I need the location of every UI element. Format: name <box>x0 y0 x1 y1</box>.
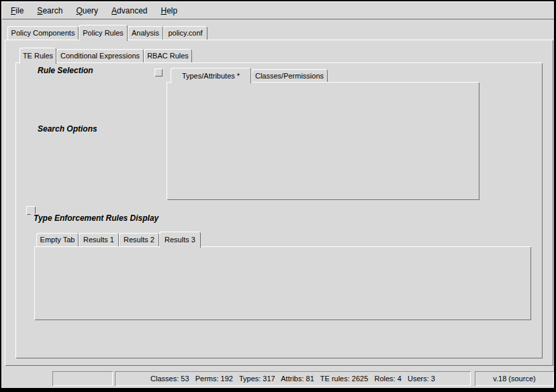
status-stats-box: Classes: 53 Perms: 192 Types: 317 Attrib… <box>115 371 471 386</box>
menu-search[interactable]: Search <box>30 4 69 17</box>
tab-results-3[interactable]: Results 3 <box>159 232 201 248</box>
tab-policy-rules[interactable]: Policy Rules <box>79 25 128 41</box>
tab-conditional-expressions[interactable]: Conditional Expressions <box>56 49 144 62</box>
menu-query[interactable]: Query <box>69 4 105 17</box>
tab-te-rules[interactable]: TE Rules <box>19 48 56 64</box>
menu-advanced[interactable]: Advanced <box>105 4 154 17</box>
tab-policy-components[interactable]: Policy Components <box>7 26 79 40</box>
status-version-box: v.18 (source) <box>475 371 554 386</box>
tab-policy-conf[interactable]: policy.conf <box>163 26 207 40</box>
vertical-sash-handle[interactable] <box>154 68 163 77</box>
tab-analysis[interactable]: Analysis <box>128 26 163 40</box>
tab-results-2[interactable]: Results 2 <box>119 233 159 246</box>
menu-help[interactable]: Help <box>154 4 184 17</box>
menubar: File Search Query Advanced Help <box>1 1 554 19</box>
results-page <box>34 246 531 320</box>
tab-types-attributes[interactable]: Types/Attributes * <box>171 68 251 83</box>
tab-rbac-rules[interactable]: RBAC Rules <box>144 49 192 62</box>
search-options-title: Search Options <box>35 124 100 134</box>
menu-file[interactable]: File <box>4 4 30 17</box>
policy-stats: Classes: 53 Perms: 192 Types: 317 Attrib… <box>150 375 435 383</box>
rule-selection-title: Rule Selection <box>35 66 96 75</box>
tab-classes-permissions[interactable]: Classes/Permissions <box>251 69 328 82</box>
types-attributes-page <box>167 82 479 200</box>
policy-version: v.18 (source) <box>493 375 535 383</box>
te-display-title: Type Enforcement Rules Display <box>31 213 161 223</box>
apol-window: File Search Query Advanced Help Policy C… <box>0 0 556 392</box>
tab-results-1[interactable]: Results 1 <box>79 233 119 246</box>
tab-empty[interactable]: Empty Tab <box>36 233 79 246</box>
status-left-box <box>52 371 113 386</box>
